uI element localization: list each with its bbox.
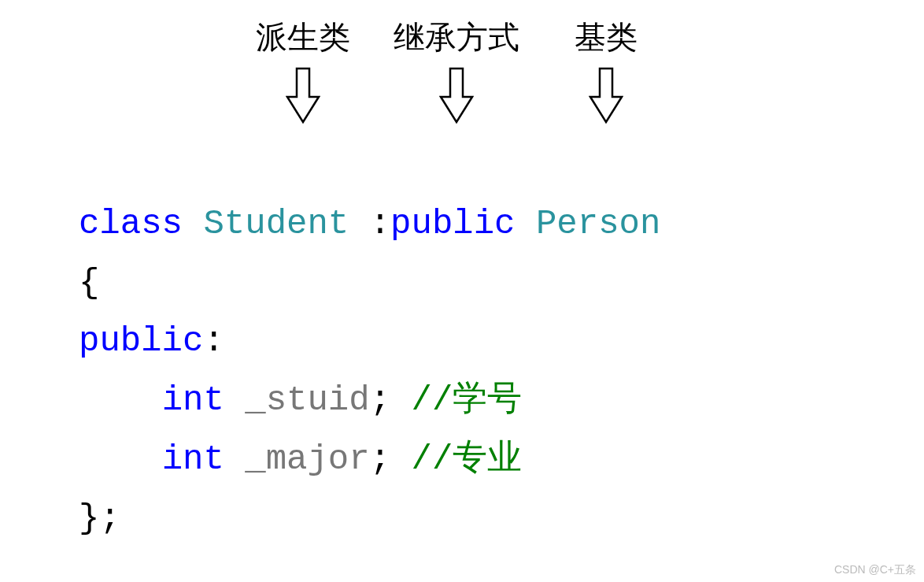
comment-major: //专业 xyxy=(412,439,523,479)
code-block: class Student :public Person { public: i… xyxy=(79,135,924,548)
var-major: _major xyxy=(245,439,369,479)
var-stuid: _stuid xyxy=(245,380,369,420)
labels-row: 派生类 继承方式 基类 xyxy=(236,16,924,59)
type-int: int xyxy=(162,380,224,420)
class-name-student: Student xyxy=(203,204,349,243)
arrow-derived xyxy=(236,67,370,124)
label-inherit-mode: 继承方式 xyxy=(370,16,543,59)
down-arrow-icon xyxy=(589,67,623,124)
label-derived: 派生类 xyxy=(236,16,370,59)
down-arrow-icon xyxy=(286,67,320,124)
arrows-row xyxy=(236,67,924,124)
comment-stuid: //学号 xyxy=(412,380,523,420)
class-name-person: Person xyxy=(536,204,660,243)
down-arrow-icon xyxy=(439,67,474,124)
arrow-inherit-mode xyxy=(370,67,543,124)
keyword-class: class xyxy=(79,204,183,243)
brace-open: { xyxy=(79,263,99,302)
access-public: public xyxy=(79,321,203,361)
label-base: 基类 xyxy=(543,16,669,59)
brace-close: }; xyxy=(79,499,120,538)
keyword-public: public xyxy=(390,204,515,243)
type-int: int xyxy=(162,439,224,479)
arrow-base xyxy=(543,67,669,124)
watermark: CSDN @C+五条 xyxy=(834,563,916,577)
